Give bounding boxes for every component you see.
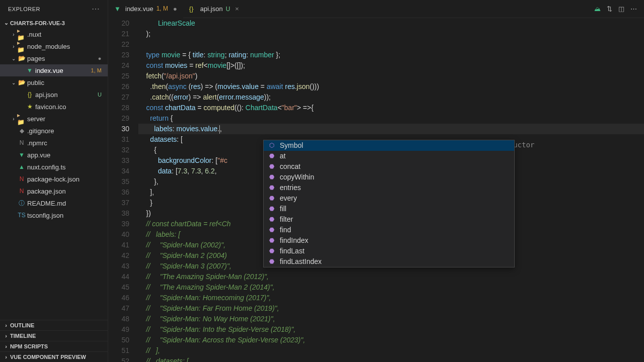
line-number: 25: [108, 71, 129, 81]
suggest-item-Symbol[interactable]: ⬡Symbol: [264, 140, 514, 151]
line-number: 24: [108, 60, 129, 71]
section-vue-component-preview[interactable]: ›VUE COMPONENT PREVIEW: [0, 351, 108, 362]
explorer-more-icon[interactable]: ⋯: [92, 4, 100, 14]
tree-item-pages[interactable]: ⌄📂pages●: [0, 52, 108, 64]
code-line[interactable]: // "The Amazing Spider-Man (2012)",: [138, 272, 644, 282]
code-line[interactable]: // "Spider-Man: Across the Spider-Verse …: [138, 335, 644, 345]
more-actions-icon[interactable]: ⋯: [630, 5, 637, 13]
line-number: 46: [108, 293, 129, 303]
compare-icon[interactable]: ⇅: [607, 5, 612, 13]
method-icon: ⬣: [268, 172, 276, 183]
tree-item-readme-md[interactable]: ⓘREADME.md: [0, 197, 108, 209]
tab-suffix: U: [226, 6, 230, 13]
line-number: 20: [108, 18, 129, 29]
tree-item--gitignore[interactable]: ◆.gitignore: [0, 125, 108, 137]
nuxt-status-icon[interactable]: ⛰: [594, 5, 601, 13]
section-npm-scripts[interactable]: ›NPM SCRIPTS: [0, 341, 108, 351]
tree-item-package-lock-json[interactable]: Npackage-lock.json: [0, 173, 108, 185]
suggest-item-concat[interactable]: ⬣concat: [264, 161, 514, 172]
tab-suffix: 1, M: [156, 5, 168, 12]
suggest-item-find[interactable]: ⬣find: [264, 225, 514, 235]
line-number: 42: [108, 250, 129, 261]
code-line[interactable]: // datasets: [: [138, 356, 644, 362]
tree-item-label: app.vue: [27, 151, 50, 159]
chevron-right-icon: ›: [2, 333, 10, 339]
nuxt-icon: ▲: [17, 163, 26, 170]
section-label: OUTLINE: [10, 322, 34, 328]
tree-item-app-vue[interactable]: ▼app.vue: [0, 149, 108, 161]
line-number: 26: [108, 81, 129, 92]
section-timeline[interactable]: ›TIMELINE: [0, 330, 108, 341]
project-section-header[interactable]: ⌄ CHARTS-FOR-VUE-3: [0, 18, 108, 28]
tab-api-json[interactable]: {}api.jsonU×: [183, 0, 245, 18]
suggest-item-findLastIndex[interactable]: ⬣findLastIndex: [264, 256, 514, 267]
tree-item--npmrc[interactable]: N.npmrc: [0, 137, 108, 149]
code-line[interactable]: // "Spider-Man: Homecoming (2017)",: [138, 293, 644, 303]
suggest-item-entries[interactable]: ⬣entries: [264, 183, 514, 193]
code-line[interactable]: // ],: [138, 345, 644, 356]
tree-item-favicon-ico[interactable]: ★favicon.ico: [0, 101, 108, 113]
dirty-dot-icon[interactable]: ●: [173, 5, 177, 13]
tab-label: api.json: [200, 5, 223, 13]
code-line[interactable]: // "Spider-Man: No Way Home (2021)",: [138, 314, 644, 324]
code-line[interactable]: [138, 39, 644, 50]
close-icon[interactable]: ×: [235, 5, 239, 13]
suggest-item-findIndex[interactable]: ⬣findIndex: [264, 235, 514, 246]
vue-icon: ▼: [114, 5, 122, 13]
editor-tabs: ▼index.vue1, M●{}api.jsonU× ⛰ ⇅ ◫ ⋯: [108, 0, 644, 18]
code-line[interactable]: .then(async (res) => (movies.value = awa…: [138, 81, 644, 92]
chevron-icon: ›: [10, 116, 17, 122]
code-line[interactable]: // "Spider-Man: Far From Home (2019)",: [138, 303, 644, 314]
modified-dot-icon: ●: [98, 55, 102, 61]
code-line[interactable]: );: [138, 29, 644, 39]
split-editor-icon[interactable]: ◫: [618, 5, 624, 13]
suggest-label: entries: [280, 183, 301, 193]
tree-item-api-json[interactable]: {}api.jsonU: [0, 88, 108, 101]
code-line[interactable]: labels: movies.value.,: [138, 124, 644, 134]
line-number: 52: [108, 356, 129, 362]
section-outline[interactable]: ›OUTLINE: [0, 320, 108, 330]
line-number: 23: [108, 50, 129, 60]
code-line[interactable]: const movies = ref<movie[]>([]);: [138, 60, 644, 71]
tree-item-label: README.md: [27, 200, 66, 207]
tree-item-label: .nuxt: [27, 31, 41, 38]
tree-item-label: package.json: [27, 188, 66, 195]
suggest-item-filter[interactable]: ⬣filter: [264, 214, 514, 225]
tab-label: index.vue: [125, 5, 153, 13]
code-line[interactable]: // "Spider-Man: Into the Spider-Verse (2…: [138, 324, 644, 335]
scm-badge: 1, M: [91, 67, 102, 73]
line-number: 34: [108, 166, 129, 176]
suggest-item-findLast[interactable]: ⬣findLast: [264, 246, 514, 256]
project-name: CHARTS-FOR-VUE-3: [10, 20, 65, 26]
code-line[interactable]: LinearScale: [138, 18, 644, 29]
code-line[interactable]: type movie = { title: string; rating: nu…: [138, 50, 644, 60]
tree-item-tsconfig-json[interactable]: TStsconfig.json: [0, 209, 108, 221]
tree-item-server[interactable]: ›▸📁server: [0, 113, 108, 125]
suggest-item-copyWithin[interactable]: ⬣copyWithin: [264, 172, 514, 183]
code-line[interactable]: const chartData = computed((): ChartData…: [138, 103, 644, 113]
tab-actions: ⛰ ⇅ ◫ ⋯: [594, 5, 644, 13]
line-number: 43: [108, 261, 129, 272]
tree-item-public[interactable]: ⌄📂public: [0, 76, 108, 88]
code-line[interactable]: fetch("/api.json"): [138, 71, 644, 81]
suggest-item-every[interactable]: ⬣every: [264, 193, 514, 204]
vue-icon: ▼: [25, 67, 34, 74]
tab-index-vue[interactable]: ▼index.vue1, M●: [108, 0, 183, 18]
suggest-item-at[interactable]: ⬣at: [264, 151, 514, 161]
section-label: NPM SCRIPTS: [10, 343, 48, 349]
code-line[interactable]: // "The Amazing Spider-Man 2 (2014)",: [138, 282, 644, 293]
code-line[interactable]: return {: [138, 113, 644, 124]
tree-item-package-json[interactable]: Npackage.json: [0, 185, 108, 197]
suggest-label: at: [280, 151, 286, 161]
tree-item-nuxt-config-ts[interactable]: ▲nuxt.config.ts: [0, 161, 108, 173]
intellisense-popup[interactable]: ⬡Symbol⬣at⬣concat⬣copyWithin⬣entries⬣eve…: [263, 140, 515, 267]
line-number: 21: [108, 29, 129, 39]
folder-open-icon: 📂: [17, 79, 26, 86]
suggest-item-fill[interactable]: ⬣fill: [264, 204, 514, 214]
json-icon: {}: [25, 91, 34, 98]
tree-item-index-vue[interactable]: ▼index.vue1, M: [0, 64, 108, 76]
tree-item-node-modules[interactable]: ›▸📁node_modules: [0, 40, 108, 52]
code-line[interactable]: .catch((error) => alert(error.message));: [138, 92, 644, 103]
tree-item--nuxt[interactable]: ›▸📁.nuxt: [0, 28, 108, 40]
code-editor[interactable]: 2021222324252627282930313233343536373839…: [108, 18, 644, 362]
